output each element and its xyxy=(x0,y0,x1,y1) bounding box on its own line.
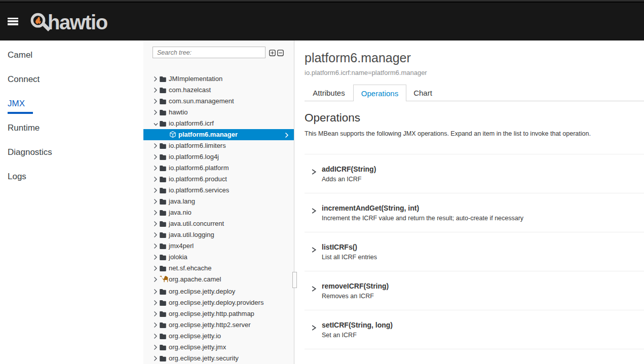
svg-text:hawtio: hawtio xyxy=(48,11,107,33)
